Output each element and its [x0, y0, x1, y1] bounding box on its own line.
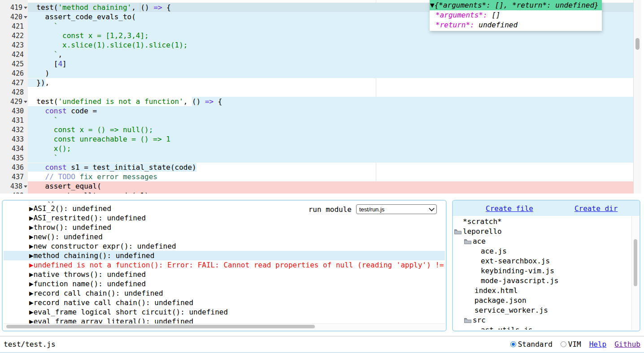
- file-tree-scrollbar[interactable]: [631, 216, 639, 330]
- test-result-item[interactable]: ▶new constructor expr(): undefined: [4, 241, 445, 251]
- code-line[interactable]: // TODO fix error messages: [28, 172, 633, 181]
- code-line[interactable]: `: [28, 116, 633, 125]
- test-result-item[interactable]: ▶throw(): undefined: [4, 223, 445, 232]
- keybinding-vim-option[interactable]: VIM: [561, 340, 581, 349]
- status-bar-right: Standard VIM Help Github: [510, 340, 640, 349]
- gutter-line-number[interactable]: 437: [0, 172, 28, 181]
- gutter-line-number[interactable]: 430: [0, 106, 28, 116]
- code-line[interactable]: [4]: [28, 59, 633, 69]
- test-list-hscrollbar[interactable]: [4, 323, 445, 330]
- folder-icon: [454, 228, 462, 235]
- code-line[interactable]: `: [28, 153, 633, 163]
- file-tree-dir[interactable]: leporello: [454, 227, 632, 237]
- gutter-line-number[interactable]: 435: [0, 153, 28, 163]
- gutter-line-number[interactable]: 433: [0, 134, 28, 144]
- code-line[interactable]: assert_equal(: [28, 181, 633, 191]
- test-result-item[interactable]: ▶record native call chain(): undefined: [4, 298, 445, 307]
- file-tree-file[interactable]: index.html: [454, 286, 632, 296]
- radio-standard[interactable]: [510, 341, 516, 347]
- create-dir-link[interactable]: Create dir: [574, 204, 618, 213]
- fold-arrow-icon[interactable]: [24, 185, 27, 188]
- github-link[interactable]: Github: [614, 340, 640, 349]
- test-list-hscrollbar-thumb[interactable]: [6, 325, 315, 328]
- file-tree-scrollbar-thumb[interactable]: [634, 239, 637, 286]
- gutter-line-number[interactable]: 427: [0, 78, 28, 87]
- code-line[interactable]: const code =: [28, 106, 633, 116]
- code-line[interactable]: const unreachable = () => 1: [28, 134, 633, 144]
- calltree-panel: ▶ASI(): undefined▶ASI_2(): undefined▶ASI…: [2, 200, 447, 331]
- code-editor[interactable]: 4194204214224234244254264274284294304314…: [0, 0, 644, 194]
- test-list: ▶ASI(): undefined▶ASI_2(): undefined▶ASI…: [4, 202, 445, 330]
- gutter-line-number[interactable]: 421: [0, 22, 28, 31]
- file-tree-file[interactable]: *scratch*: [454, 217, 632, 227]
- files-header: Create file Create dir: [453, 201, 640, 216]
- radio-vim[interactable]: [561, 341, 566, 347]
- gutter-line-number[interactable]: 419: [0, 3, 28, 12]
- file-tree-file[interactable]: keybinding-vim.js: [454, 266, 632, 276]
- chevron-down-icon: [429, 206, 435, 211]
- gutter-line-number[interactable]: 422: [0, 31, 28, 40]
- tooltip-header[interactable]: ▼{*arguments*: [], *return*: undefined}: [430, 0, 602, 10]
- code-line[interactable]: [28, 87, 633, 97]
- run-module-selected-value: test/run.js: [359, 206, 430, 213]
- code-line[interactable]: `,: [28, 50, 633, 59]
- gutter-line-number[interactable]: 436: [0, 163, 28, 172]
- test-result-item[interactable]: ▶native throws(): undefined: [4, 270, 445, 279]
- gutter-line-number[interactable]: 425: [0, 59, 28, 69]
- test-result-item[interactable]: ▶record call chain(): undefined: [4, 288, 445, 298]
- gutter-line-number[interactable]: 438: [0, 181, 28, 191]
- code-line[interactable]: x.slice(1).slice(1).slice(1);: [28, 40, 633, 50]
- keybinding-standard-option[interactable]: Standard: [510, 340, 553, 349]
- gutter-line-number[interactable]: 428: [0, 87, 28, 97]
- code-line[interactable]: x();: [28, 144, 633, 153]
- file-tree-file[interactable]: package.json: [454, 296, 632, 306]
- gutter-line-number[interactable]: 429: [0, 97, 28, 106]
- gutter-line-number[interactable]: 434: [0, 144, 28, 153]
- file-tree-dir[interactable]: ace: [454, 237, 632, 246]
- tooltip-body: *arguments*: []*return*: undefined: [430, 10, 602, 31]
- file-tree-dir[interactable]: src: [454, 315, 632, 325]
- test-result-item[interactable]: ▶method chaining(): undefined: [4, 251, 445, 260]
- radio-vim-label: VIM: [568, 340, 581, 349]
- code-line[interactable]: test('undefined is not a function', () =…: [28, 97, 633, 106]
- create-file-link[interactable]: Create file: [486, 204, 533, 213]
- help-link[interactable]: Help: [589, 340, 607, 349]
- fold-arrow-icon[interactable]: [24, 7, 27, 9]
- test-result-item[interactable]: ▶function name(): undefined: [4, 279, 445, 288]
- file-tree-file[interactable]: ast_utils.js: [454, 325, 632, 330]
- fold-arrow-icon[interactable]: [24, 101, 27, 103]
- gutter[interactable]: 4194204214224234244254264274284294304314…: [0, 0, 28, 194]
- editor-scrollbar-thumb[interactable]: [635, 38, 640, 50]
- code-line[interactable]: const x = () => null();: [28, 125, 633, 134]
- gutter-line-number[interactable]: 423: [0, 40, 28, 50]
- folder-icon: [464, 317, 472, 323]
- gutter-line-number[interactable]: 426: [0, 69, 28, 78]
- files-panel: Create file Create dir *scratch*leporell…: [452, 200, 640, 331]
- file-tree-file[interactable]: mode-javascript.js: [454, 276, 632, 286]
- code-line[interactable]: ): [28, 69, 633, 78]
- fold-arrow-icon[interactable]: [24, 16, 27, 18]
- code-line[interactable]: }),: [28, 78, 633, 87]
- file-tree-file[interactable]: ace.js: [454, 246, 632, 256]
- gutter-line-number[interactable]: 424: [0, 50, 28, 59]
- code-line[interactable]: root_calltree_node(s1): [28, 191, 633, 194]
- gutter-line-number[interactable]: 439: [0, 191, 28, 194]
- test-result-item[interactable]: ▶eval_frame logical short circuit(): und…: [4, 307, 445, 317]
- code-line[interactable]: const x = [1,2,3,4];: [28, 31, 633, 40]
- test-result-item[interactable]: ▶ASI_restrited(): undefined: [4, 213, 445, 223]
- file-tree-file[interactable]: service_worker.js: [454, 306, 632, 315]
- editor-scrollbar[interactable]: [633, 0, 641, 194]
- gutter-line-number[interactable]: 432: [0, 125, 28, 134]
- tooltip-entry[interactable]: *arguments*: []: [435, 10, 602, 20]
- radio-standard-label: Standard: [518, 340, 553, 349]
- folder-icon: [464, 238, 472, 245]
- code-line[interactable]: const s1 = test_initial_state(code): [28, 163, 633, 172]
- leporello-app: 4194204214224234244254264274284294304314…: [0, 0, 644, 353]
- file-tree-file[interactable]: ext-searchbox.js: [454, 256, 632, 266]
- run-module-select[interactable]: test/run.js: [356, 204, 437, 214]
- test-result-item[interactable]: ▶undefined is not a function(): Error: F…: [4, 260, 445, 270]
- gutter-line-number[interactable]: 431: [0, 116, 28, 125]
- gutter-line-number[interactable]: 420: [0, 12, 28, 22]
- test-result-item[interactable]: ▶new(): undefined: [4, 232, 445, 241]
- tooltip-entry[interactable]: *return*: undefined: [435, 20, 602, 30]
